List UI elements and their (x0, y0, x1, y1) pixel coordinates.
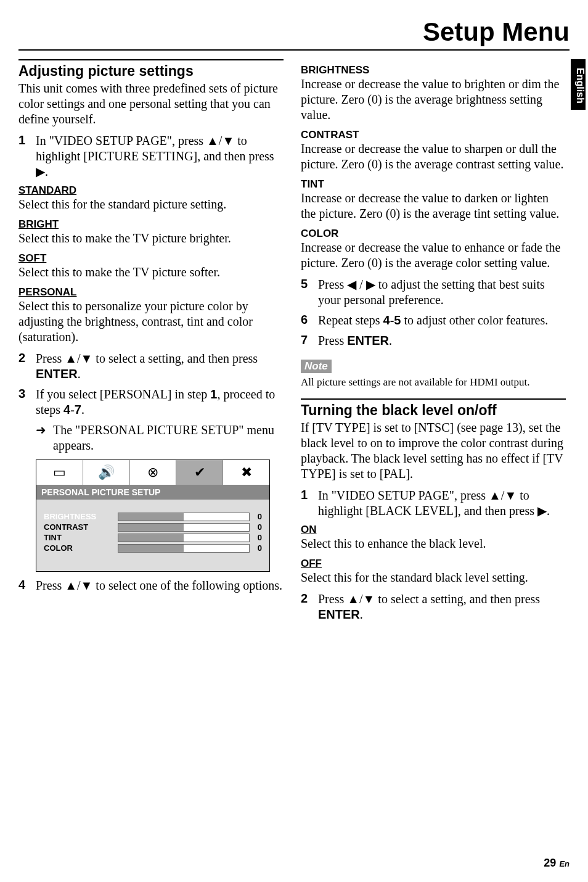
step-number: 3 (18, 387, 30, 418)
step-3: 3 If you select [PERSONAL] in step 1, pr… (18, 387, 284, 418)
term-standard: STANDARD (18, 184, 284, 197)
term-standard-desc: Select this for the standard picture set… (18, 197, 284, 212)
s3e: - (70, 403, 75, 416)
slider-value: 0 (252, 543, 262, 553)
menu-label: CONTRAST (44, 522, 118, 532)
step-body: Press ▲/▼ to select one of the following… (36, 578, 282, 593)
menu-label: COLOR (44, 543, 118, 553)
menu-row-brightness: BRIGHTNESS 0 (44, 512, 262, 521)
step-4: 4 Press ▲/▼ to select one of the followi… (18, 578, 284, 593)
slider-icon (118, 523, 250, 532)
term-on: ON (301, 524, 566, 536)
menu-row-color: COLOR 0 (44, 543, 262, 553)
s3d: 4 (63, 403, 70, 416)
step2-a: Press ▲/▼ to select a setting, and then … (36, 352, 258, 365)
step-number: 5 (301, 277, 312, 308)
term-personal-desc: Select this to personalize your picture … (18, 299, 284, 345)
note-text: All picture settings are not available f… (301, 376, 566, 389)
step-body: Press ▲/▼ to select a setting, and then … (318, 591, 566, 622)
step-number: 4 (18, 578, 30, 593)
enter-label: ENTER (318, 608, 360, 621)
s6e: to adjust other color features. (401, 313, 548, 327)
s6d: 5 (394, 313, 401, 327)
section2-intro: If [TV TYPE] is set to [NTSC] (see page … (301, 420, 566, 482)
step-body: If you select [PERSONAL] in step 1, proc… (36, 387, 284, 418)
step-3-sub: ➜ The "PERSONAL PICTURE SETUP" menu appe… (36, 422, 284, 453)
term-bright-desc: Select this to make the TV picture brigh… (18, 231, 284, 246)
term-brightness: BRIGHTNESS (301, 64, 566, 76)
left-column: Adjusting picture settings This unit com… (18, 59, 284, 627)
term-color: COLOR (301, 228, 566, 240)
s2s2c: . (360, 608, 363, 621)
term-off: OFF (301, 558, 566, 570)
step-2: 2 Press ▲/▼ to select a setting, and the… (18, 351, 284, 382)
language-tab: English (571, 59, 586, 110)
menu-tab-close-icon: ✖ (223, 460, 269, 485)
s6a: Repeat steps (318, 313, 383, 327)
slider-value: 0 (252, 533, 262, 542)
menu-label: BRIGHTNESS (44, 512, 118, 521)
slider-icon (118, 544, 250, 553)
arrow-icon: ➜ (36, 422, 48, 453)
enter-label: ENTER (36, 367, 78, 381)
s3g: . (81, 403, 84, 416)
step-body: Press ◀ / ▶ to adjust the setting that b… (318, 277, 566, 308)
s3a: If you select [PERSONAL] in step (36, 387, 210, 401)
note-label: Note (301, 360, 332, 373)
menu-label: TINT (44, 533, 118, 542)
step-6: 6 Repeat steps 4-5 to adjust other color… (301, 313, 566, 328)
step-body: Press ENTER. (318, 333, 392, 348)
term-brightness-desc: Increase or decrease the value to bright… (301, 76, 566, 123)
page-number-value: 29 (544, 857, 556, 869)
menu-icon-row: ▭ 🔊 ⊗ ✔ ✖ (36, 460, 270, 485)
step-body: In "VIDEO SETUP PAGE", press ▲/▼ to high… (318, 488, 566, 519)
step-number: 1 (18, 133, 30, 179)
page-number: 29 En (544, 857, 570, 870)
menu-graphic: ▭ 🔊 ⊗ ✔ ✖ PERSONAL PICTURE SETUP BRIGHTN… (36, 460, 270, 572)
term-off-desc: Select this for the standard black level… (301, 570, 566, 585)
slider-icon (118, 513, 250, 521)
step-body: In "VIDEO SETUP PAGE", press ▲/▼ to high… (36, 133, 284, 179)
slider-value: 0 (252, 522, 262, 532)
menu-body: BRIGHTNESS 0 CONTRAST 0 TINT 0 COLOR (36, 500, 270, 572)
term-on-desc: Select this to enhance the black level. (301, 536, 566, 551)
right-column: BRIGHTNESS Increase or decrease the valu… (301, 59, 566, 627)
step-body: Repeat steps 4-5 to adjust other color f… (318, 313, 548, 328)
s7c: . (389, 334, 392, 347)
intro-text: This unit comes with three predefined se… (18, 81, 284, 127)
title-rule (18, 49, 570, 51)
s6b: 4 (383, 313, 390, 327)
step-5: 5 Press ◀ / ▶ to adjust the setting that… (301, 277, 566, 308)
menu-tab-x-icon: ⊗ (130, 460, 177, 485)
menu-header: PERSONAL PICTURE SETUP (36, 485, 270, 500)
step-number: 6 (301, 313, 312, 328)
term-personal: PERSONAL (18, 286, 284, 299)
step-number: 1 (301, 488, 312, 519)
page-title: Setup Menu (423, 17, 570, 47)
section2-step-1: 1 In "VIDEO SETUP PAGE", press ▲/▼ to hi… (301, 488, 566, 519)
term-bright: BRIGHT (18, 218, 284, 231)
step-7: 7 Press ENTER. (301, 333, 566, 348)
step-body: Press ▲/▼ to select a setting, and then … (36, 351, 284, 382)
step2-c: . (78, 367, 81, 381)
s2s2a: Press ▲/▼ to select a setting, and then … (318, 592, 540, 606)
enter-label: ENTER (347, 334, 389, 347)
section-heading-adjusting: Adjusting picture settings (18, 59, 284, 80)
menu-tab-video-icon: ✔ (176, 460, 223, 485)
content-columns: Adjusting picture settings This unit com… (18, 59, 566, 627)
sub-text: The "PERSONAL PICTURE SETUP" menu appear… (53, 422, 284, 453)
s7a: Press (318, 334, 347, 347)
step-number: 2 (301, 591, 312, 622)
slider-icon (118, 534, 250, 542)
section-heading-black-level: Turning the black level on/off (301, 398, 566, 419)
menu-row-tint: TINT 0 (44, 533, 262, 542)
menu-row-contrast: CONTRAST 0 (44, 522, 262, 532)
s3f: 7 (75, 403, 81, 416)
term-soft: SOFT (18, 252, 284, 265)
term-tint-desc: Increase or decrease the value to darken… (301, 191, 566, 221)
term-soft-desc: Select this to make the TV picture softe… (18, 265, 284, 280)
term-tint: TINT (301, 178, 566, 191)
menu-tab-general-icon: ▭ (36, 460, 83, 485)
step-number: 2 (18, 351, 30, 382)
term-contrast-desc: Increase or decrease the value to sharpe… (301, 141, 566, 172)
